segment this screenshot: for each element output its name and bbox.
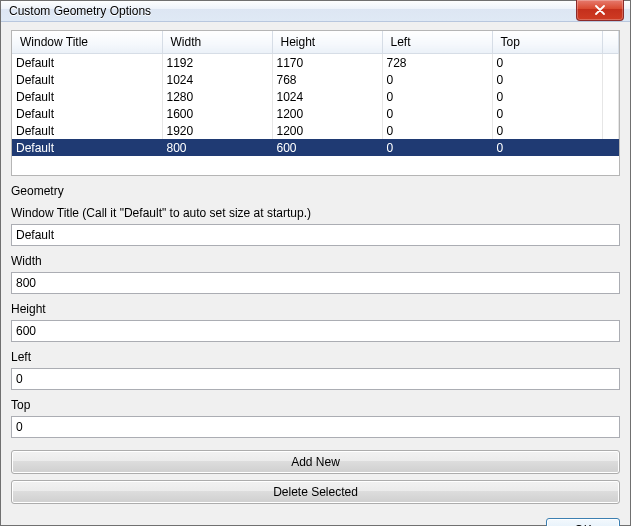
close-icon: [594, 5, 606, 15]
left-input[interactable]: [11, 368, 620, 390]
table-header-left[interactable]: Left: [382, 31, 492, 54]
table-cell-pad: [603, 139, 619, 156]
table-cell: 800: [162, 139, 272, 156]
table-cell: 0: [382, 71, 492, 88]
add-new-button[interactable]: Add New: [11, 450, 620, 474]
table-cell: 0: [382, 139, 492, 156]
table-header-row: Window Title Width Height Left Top: [12, 31, 619, 54]
table-cell-pad: [603, 88, 619, 105]
top-input[interactable]: [11, 416, 620, 438]
table-header-window-title[interactable]: Window Title: [12, 31, 162, 54]
dialog-footer: OK: [11, 518, 620, 526]
table-cell-pad: [603, 105, 619, 122]
table-cell: 1192: [162, 54, 272, 72]
close-button[interactable]: [576, 0, 624, 21]
table-header-scrollgutter: [603, 31, 619, 54]
table-cell: 1280: [162, 88, 272, 105]
titlebar-buttons: [576, 1, 630, 21]
table-cell: 1200: [272, 122, 382, 139]
table-header-height[interactable]: Height: [272, 31, 382, 54]
table-cell: 0: [492, 71, 603, 88]
table-cell: Default: [12, 88, 162, 105]
table-cell: Default: [12, 122, 162, 139]
table-cell-pad: [603, 122, 619, 139]
table-cell: 600: [272, 139, 382, 156]
table-row[interactable]: Default1280102400: [12, 88, 619, 105]
table-cell: 1170: [272, 54, 382, 72]
table-cell: 1920: [162, 122, 272, 139]
client-area: Window Title Width Height Left Top Defau…: [1, 22, 630, 526]
table-row[interactable]: Default80060000: [12, 139, 619, 156]
geometry-table[interactable]: Window Title Width Height Left Top Defau…: [11, 30, 620, 176]
width-input[interactable]: [11, 272, 620, 294]
titlebar: Custom Geometry Options: [1, 1, 630, 22]
geometry-section-label: Geometry: [11, 184, 620, 198]
delete-selected-button[interactable]: Delete Selected: [11, 480, 620, 504]
action-buttons: Add New Delete Selected: [11, 450, 620, 504]
table-cell: 0: [382, 122, 492, 139]
table-cell: 0: [492, 122, 603, 139]
table-header-top[interactable]: Top: [492, 31, 603, 54]
table-cell: Default: [12, 105, 162, 122]
table-cell-pad: [603, 54, 619, 72]
table-cell: Default: [12, 54, 162, 72]
window-title-input[interactable]: [11, 224, 620, 246]
table-cell: 1600: [162, 105, 272, 122]
table-cell: Default: [12, 139, 162, 156]
table-header-width[interactable]: Width: [162, 31, 272, 54]
window-title-label: Window Title (Call it "Default" to auto …: [11, 206, 620, 220]
table-cell: 0: [492, 105, 603, 122]
table-row[interactable]: Default102476800: [12, 71, 619, 88]
table-cell: 0: [382, 105, 492, 122]
table-row[interactable]: Default119211707280: [12, 54, 619, 72]
height-input[interactable]: [11, 320, 620, 342]
table-cell: 728: [382, 54, 492, 72]
table-cell-pad: [603, 71, 619, 88]
table-cell: 1024: [272, 88, 382, 105]
table-cell: 768: [272, 71, 382, 88]
table-cell: 0: [492, 139, 603, 156]
top-label: Top: [11, 398, 620, 412]
table-row[interactable]: Default1600120000: [12, 105, 619, 122]
height-label: Height: [11, 302, 620, 316]
table-row[interactable]: Default1920120000: [12, 122, 619, 139]
left-label: Left: [11, 350, 620, 364]
table-cell: 0: [382, 88, 492, 105]
table-cell: 1024: [162, 71, 272, 88]
table-cell: 1200: [272, 105, 382, 122]
table-cell: 0: [492, 88, 603, 105]
dialog-window: Custom Geometry Options Window Title Wid…: [0, 0, 631, 526]
width-label: Width: [11, 254, 620, 268]
table-cell: Default: [12, 71, 162, 88]
titlebar-title: Custom Geometry Options: [9, 4, 151, 18]
table-cell: 0: [492, 54, 603, 72]
ok-button[interactable]: OK: [546, 518, 620, 526]
